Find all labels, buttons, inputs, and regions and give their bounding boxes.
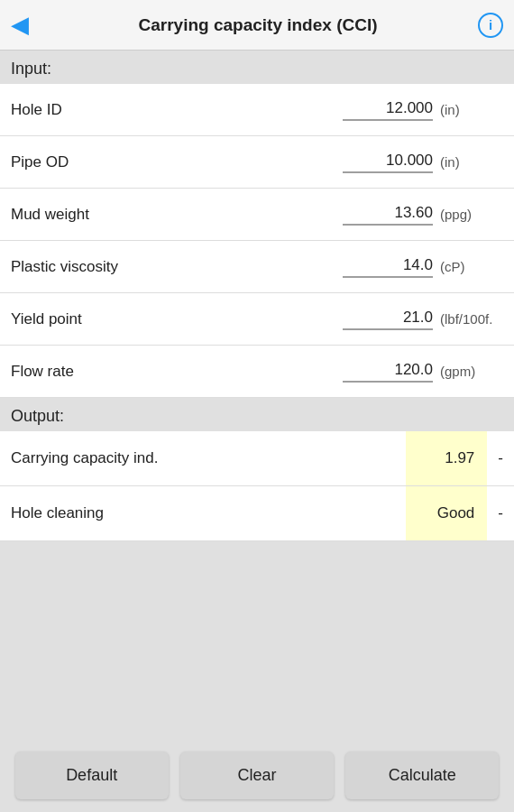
yield-point-input[interactable]: [343, 309, 433, 330]
input-rows: Hole ID (in) Pipe OD (in) Mud weight (pp…: [0, 84, 514, 398]
yield-point-label: Yield point: [11, 310, 343, 328]
info-button[interactable]: i: [478, 13, 503, 38]
input-section-label: Input:: [0, 51, 514, 84]
output-rows: Carrying capacity ind. 1.97 - Hole clean…: [0, 431, 514, 541]
app-header: ◀ Carrying capacity index (CCI) i: [0, 0, 514, 51]
table-row: Yield point (lbf/100f.: [0, 293, 514, 346]
pipe-od-unit: (in): [440, 154, 503, 170]
mud-weight-unit: (ppg): [440, 207, 503, 222]
plastic-viscosity-input[interactable]: [343, 256, 433, 278]
bottom-bar: Default Clear Calculate: [0, 739, 514, 812]
hole-cleaning-dash: -: [487, 495, 514, 531]
flow-rate-input-wrap: [343, 361, 433, 383]
hole-cleaning-value: Good: [406, 486, 487, 540]
clear-button[interactable]: Clear: [180, 752, 334, 799]
table-row: Mud weight (ppg): [0, 189, 514, 241]
flow-rate-unit: (gpm): [440, 364, 503, 379]
pipe-od-input[interactable]: [343, 152, 433, 173]
table-row: Flow rate (gpm): [0, 346, 514, 398]
table-row: Hole cleaning Good -: [0, 486, 514, 541]
pipe-od-label: Pipe OD: [11, 153, 343, 171]
default-button[interactable]: Default: [15, 752, 169, 799]
yield-point-unit: (lbf/100f.: [440, 311, 503, 327]
plastic-viscosity-input-wrap: [343, 256, 433, 278]
page-title: Carrying capacity index (CCI): [38, 15, 478, 35]
hole-cleaning-label: Hole cleaning: [0, 495, 406, 531]
back-button[interactable]: ◀: [11, 11, 29, 39]
hole-id-input-wrap: [343, 99, 433, 121]
table-row: Pipe OD (in): [0, 136, 514, 189]
flow-rate-label: Flow rate: [11, 363, 343, 381]
mud-weight-input-wrap: [343, 204, 433, 226]
output-section-label: Output:: [0, 398, 514, 431]
pipe-od-input-wrap: [343, 152, 433, 173]
yield-point-input-wrap: [343, 309, 433, 330]
cci-value: 1.97: [406, 431, 487, 485]
flow-rate-input[interactable]: [343, 361, 433, 383]
mud-weight-input[interactable]: [343, 204, 433, 226]
table-row: Carrying capacity ind. 1.97 -: [0, 431, 514, 486]
plastic-viscosity-unit: (cP): [440, 259, 503, 274]
mud-weight-label: Mud weight: [11, 206, 343, 224]
cci-value-wrap: 1.97 -: [406, 431, 514, 485]
table-row: Plastic viscosity (cP): [0, 241, 514, 293]
hole-id-input[interactable]: [343, 99, 433, 121]
hole-id-unit: (in): [440, 102, 503, 117]
plastic-viscosity-label: Plastic viscosity: [11, 258, 343, 276]
empty-space: [0, 541, 514, 686]
hole-id-label: Hole ID: [11, 101, 343, 119]
cci-label: Carrying capacity ind.: [0, 440, 406, 476]
calculate-button[interactable]: Calculate: [345, 752, 499, 799]
hole-cleaning-value-wrap: Good -: [406, 486, 514, 540]
cci-dash: -: [487, 440, 514, 476]
table-row: Hole ID (in): [0, 84, 514, 136]
